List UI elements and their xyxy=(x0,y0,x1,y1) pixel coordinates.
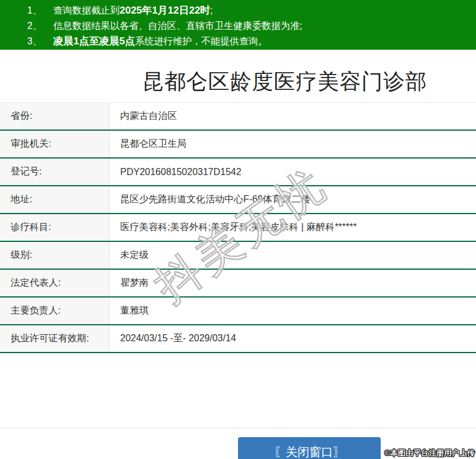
row-value: 医疗美容科;美容外科;美容牙科;美容皮肤科 | 麻醉科****** xyxy=(110,214,476,241)
notice-number: 1、 xyxy=(27,3,53,18)
row-value: 昆区少先路街道文化活动中心F-69体育馆二楼 xyxy=(110,186,476,213)
notice-line-3: 3、 凌晨1点至凌晨5点系统进行维护，不能提供查询。 xyxy=(0,34,476,49)
row-value: PDY20160815020317D1542 xyxy=(110,159,476,185)
page-title: 昆都仑区龄度医疗美容门诊部 xyxy=(0,69,476,95)
notice-bar: 1、 查询数据截止到2025年1月12日22时; 2、 信息数据结果以各省、自治… xyxy=(0,0,476,50)
table-row-treatment-subjects: 诊疗科目: 医疗美容科;美容外科;美容牙科;美容皮肤科 | 麻醉科****** xyxy=(0,214,476,242)
row-label: 法定代表人: xyxy=(0,270,110,296)
notice-text: 查询数据截止到2025年1月12日22时; xyxy=(53,3,213,18)
row-label: 执业许可证有效期: xyxy=(0,325,110,352)
row-label: 地址: xyxy=(0,186,110,213)
row-value: 2024/03/15 -至- 2029/03/14 xyxy=(110,325,476,352)
notice-text: 凌晨1点至凌晨5点系统进行维护，不能提供查询。 xyxy=(53,34,268,49)
table-row-license-validity: 执业许可证有效期: 2024/03/15 -至- 2029/03/14 xyxy=(0,325,476,353)
row-label: 主要负责人: xyxy=(0,298,110,324)
notice-line-1: 1、 查询数据截止到2025年1月12日22时; xyxy=(0,3,476,18)
row-label: 省份: xyxy=(0,103,110,130)
notice-text: 信息数据结果以各省、自治区、直辖市卫生健康委数据为准; xyxy=(53,18,302,34)
close-window-button[interactable]: 〖关闭窗口〗 xyxy=(238,437,381,459)
table-row-level: 级别: 未定级 xyxy=(0,242,476,270)
notice-line-2: 2、 信息数据结果以各省、自治区、直辖市卫生健康委数据为准; xyxy=(0,18,476,34)
row-label: 诊疗科目: xyxy=(0,214,110,241)
row-value: 未定级 xyxy=(110,242,476,269)
row-label: 登记号: xyxy=(0,159,110,185)
table-row-address: 地址: 昆区少先路街道文化活动中心F-69体育馆二楼 xyxy=(0,186,476,214)
table-row-legal-representative: 法定代表人: 瞿梦南 xyxy=(0,270,476,298)
row-value: 昆都仑区卫生局 xyxy=(110,131,476,157)
notice-number: 3、 xyxy=(27,34,53,49)
copyright-watermark: ©本图由平台注册用户上传 xyxy=(384,448,475,458)
row-label: 审批机关: xyxy=(0,131,110,157)
clinic-info-table: 省份: 内蒙古自治区 审批机关: 昆都仑区卫生局 登记号: PDY2016081… xyxy=(0,102,476,353)
row-value: 内蒙古自治区 xyxy=(110,103,476,130)
notice-number: 2、 xyxy=(27,18,53,34)
table-row-approval-authority: 审批机关: 昆都仑区卫生局 xyxy=(0,131,476,159)
row-value: 瞿梦南 xyxy=(110,270,476,296)
row-value: 董雅琪 xyxy=(110,298,476,324)
table-row-registration-number: 登记号: PDY20160815020317D1542 xyxy=(0,159,476,186)
footer-divider xyxy=(0,428,476,428)
table-row-province: 省份: 内蒙古自治区 xyxy=(0,103,476,131)
row-label: 级别: xyxy=(0,242,110,269)
table-row-main-person-in-charge: 主要负责人: 董雅琪 xyxy=(0,298,476,325)
